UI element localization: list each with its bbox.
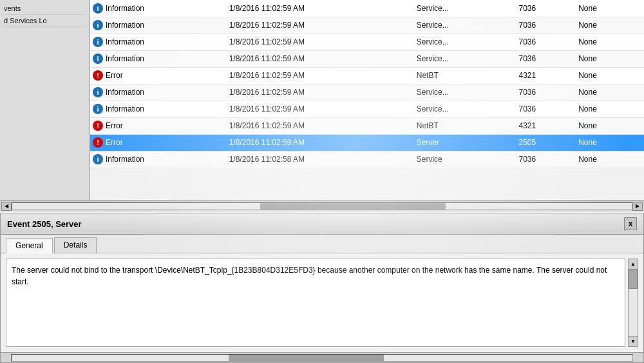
cell-eventid: 7036 [516,34,576,50]
cell-source: Service... [414,17,516,34]
cell-source: Service... [414,34,516,50]
cell-eventid: 2505 [516,134,576,151]
table-row[interactable]: iInformation1/8/2016 11:02:59 AMService.… [90,0,644,17]
cell-task: None [576,17,644,34]
cell-eventid: 7036 [516,50,576,67]
cell-eventid: 7036 [516,17,576,34]
scrollbar-right-btn[interactable]: ▶ [632,202,643,211]
cell-source: Server [414,134,516,151]
cell-source: Service... [414,50,516,67]
detail-title: Event 2505, Server [7,219,82,229]
cell-date: 1/8/2016 11:02:59 AM [227,0,414,17]
cell-date: 1/8/2016 11:02:58 AM [227,151,414,168]
detail-message-text: The server could not bind to the transpo… [12,266,607,286]
cell-type: !Error [90,67,227,84]
detail-content: The server could not bind to the transpo… [1,253,643,352]
table-row[interactable]: iInformation1/8/2016 11:02:59 AMService.… [90,34,644,50]
cell-task: None [576,34,644,50]
tab-details[interactable]: Details [54,237,97,253]
detail-bottom-scrollbar-thumb[interactable] [229,355,384,361]
sidebar: vents d Services Lo [0,0,90,200]
cell-date: 1/8/2016 11:02:59 AM [227,67,414,84]
sidebar-item-events[interactable]: vents [4,3,86,15]
cell-source: Service... [414,0,516,17]
table-scrollbar[interactable]: ◀ ▶ [0,200,644,211]
cell-task: None [576,84,644,101]
scrollbar-thumb[interactable] [260,203,446,210]
cell-task: None [576,134,644,151]
cell-type: iInformation [90,17,227,34]
detail-scrollbar-track[interactable] [629,270,638,336]
cell-task: None [576,101,644,117]
cell-eventid: 7036 [516,101,576,117]
error-icon: ! [93,121,103,131]
type-label: Error [106,121,123,130]
info-icon: i [93,87,103,97]
cell-type: iInformation [90,84,227,101]
detail-scrollbar-thumb[interactable] [629,270,638,289]
sidebar-item-services-log[interactable]: d Services Lo [4,15,86,27]
scrollbar-track[interactable] [12,202,632,210]
detail-tabs: General Details [1,235,643,253]
detail-panel: Event 2505, Server x General Details The… [0,213,644,363]
error-icon: ! [93,137,103,148]
type-label: Error [106,138,123,147]
cell-source: Service... [414,84,516,101]
detail-bottom-scrollbar[interactable] [1,352,643,362]
detail-scrollbar-down[interactable]: ▼ [629,336,638,346]
cell-date: 1/8/2016 11:02:59 AM [227,101,414,117]
cell-eventid: 4321 [516,117,576,134]
type-label: Information [106,4,144,13]
main-container: vents d Services Lo iInformation1/8/2016… [0,0,644,363]
table-row[interactable]: iInformation1/8/2016 11:02:59 AMService.… [90,84,644,101]
cell-type: iInformation [90,151,227,168]
cell-eventid: 7036 [516,0,576,17]
cell-type: iInformation [90,101,227,117]
info-icon: i [93,154,103,164]
cell-date: 1/8/2016 11:02:59 AM [227,50,414,67]
type-label: Information [106,37,144,46]
table-row[interactable]: !Error1/8/2016 11:02:59 AMNetBT4321None [90,117,644,134]
table-row[interactable]: iInformation1/8/2016 11:02:59 AMService.… [90,17,644,34]
detail-bottom-scrollbar-track[interactable] [11,354,633,362]
cell-type: !Error [90,117,227,134]
type-label: Information [106,54,144,63]
cell-eventid: 4321 [516,67,576,84]
error-icon: ! [93,70,103,81]
cell-type: iInformation [90,50,227,67]
type-label: Information [106,104,144,113]
detail-scrollbar-up[interactable]: ▲ [629,259,638,270]
cell-date: 1/8/2016 11:02:59 AM [227,117,414,134]
table-row[interactable]: iInformation1/8/2016 11:02:59 AMService.… [90,101,644,117]
detail-scrollbar[interactable]: ▲ ▼ [628,259,638,347]
cell-date: 1/8/2016 11:02:59 AM [227,34,414,50]
cell-date: 1/8/2016 11:02:59 AM [227,134,414,151]
table-row[interactable]: iInformation1/8/2016 11:02:58 AMService7… [90,151,644,168]
info-icon: i [93,3,103,14]
detail-header: Event 2505, Server x [1,213,643,235]
info-icon: i [93,104,103,114]
cell-source: NetBT [414,117,516,134]
cell-eventid: 7036 [516,84,576,101]
cell-task: None [576,67,644,84]
cell-source: NetBT [414,67,516,84]
info-icon: i [93,37,103,47]
scrollbar-left-btn[interactable]: ◀ [1,202,12,211]
cell-type: !Error [90,134,227,151]
cell-date: 1/8/2016 11:02:59 AM [227,17,414,34]
info-icon: i [93,20,103,30]
close-button[interactable]: x [624,217,637,230]
cell-type: iInformation [90,0,227,17]
table-row[interactable]: !Error1/8/2016 11:02:59 AMServer2505None [90,134,644,151]
tab-general[interactable]: General [6,238,53,253]
log-section: vents d Services Lo iInformation1/8/2016… [0,0,644,200]
cell-eventid: 7036 [516,151,576,168]
table-row[interactable]: !Error1/8/2016 11:02:59 AMNetBT4321None [90,67,644,84]
detail-message: The server could not bind to the transpo… [6,259,625,347]
type-label: Information [106,21,144,30]
cell-type: iInformation [90,34,227,50]
log-table: iInformation1/8/2016 11:02:59 AMService.… [90,0,644,168]
type-label: Information [106,155,144,164]
cell-source: Service... [414,101,516,117]
table-row[interactable]: iInformation1/8/2016 11:02:59 AMService.… [90,50,644,67]
